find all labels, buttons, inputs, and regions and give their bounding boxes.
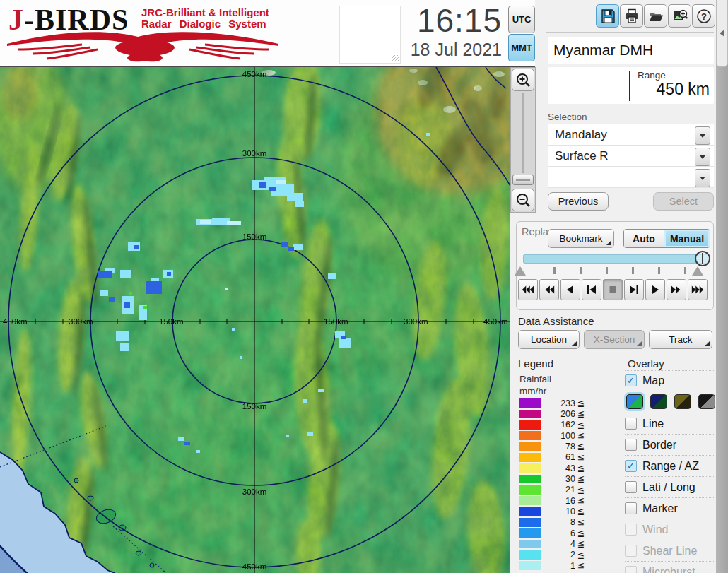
map-style-swatch-3[interactable] bbox=[674, 394, 691, 409]
rewind-button[interactable] bbox=[560, 279, 580, 300]
overlay-item-wind: Wind bbox=[625, 519, 715, 540]
checkbox-icon[interactable] bbox=[625, 418, 637, 430]
legend-swatch bbox=[519, 561, 541, 570]
overlay-label: Overlay bbox=[628, 358, 664, 370]
toolbar-separator bbox=[546, 32, 714, 33]
radar-map[interactable]: 450km 300km 150km 150km 300km 450km 450k… bbox=[0, 67, 510, 573]
data-assistance-label: Data Assistance bbox=[518, 315, 594, 327]
chevron-down-icon bbox=[700, 177, 705, 180]
svg-text:300km: 300km bbox=[242, 149, 267, 158]
legend-row: 162≦ bbox=[519, 420, 587, 430]
bookmark-button[interactable]: Bookmark bbox=[548, 229, 614, 248]
map-zoom-slider-track[interactable] bbox=[522, 93, 524, 173]
slider-start-marker-icon bbox=[515, 266, 526, 276]
zoom-out-button[interactable] bbox=[512, 189, 534, 211]
checkbox-checked-icon[interactable]: ✓ bbox=[625, 460, 637, 472]
utc-button[interactable]: UTC bbox=[508, 6, 535, 33]
svg-text:450km: 450km bbox=[483, 317, 508, 326]
legend-row: 78≦ bbox=[519, 441, 587, 451]
slider-tick bbox=[580, 267, 582, 274]
chevron-down-icon bbox=[700, 155, 705, 159]
legend-swatch bbox=[519, 485, 541, 495]
step-back-button[interactable] bbox=[582, 279, 601, 300]
overlay-item-map[interactable]: ✓Map bbox=[625, 370, 715, 390]
open-folder-button[interactable] bbox=[644, 4, 667, 28]
zoom-in-button[interactable] bbox=[512, 69, 534, 91]
legend-swatch bbox=[519, 398, 541, 408]
product-dropdown-value: Surface R bbox=[548, 149, 609, 163]
play-icon bbox=[650, 285, 661, 294]
overlay-item-range-az[interactable]: ✓Range / AZ bbox=[625, 455, 715, 476]
checkbox-icon[interactable] bbox=[625, 439, 637, 451]
overlay-item-lati-long[interactable]: Lati / Long bbox=[625, 476, 715, 497]
select-button[interactable]: Select bbox=[653, 192, 714, 211]
map-style-swatch-2[interactable] bbox=[650, 394, 667, 409]
option-dropdown[interactable] bbox=[548, 167, 714, 188]
open-folder-icon bbox=[647, 8, 664, 25]
x-section-button[interactable]: X-Section bbox=[584, 330, 645, 349]
fast-forward-2-button[interactable] bbox=[667, 279, 686, 300]
overlay-item-line[interactable]: Line bbox=[625, 413, 715, 434]
fast-rewind-2-icon bbox=[543, 285, 556, 294]
save-button[interactable] bbox=[596, 4, 619, 28]
step-forward-icon bbox=[628, 285, 640, 294]
replay-slider-handle[interactable] bbox=[695, 251, 710, 266]
legend-swatch bbox=[519, 420, 541, 430]
product-dropdown-button[interactable] bbox=[695, 148, 710, 166]
fast-rewind-3-icon bbox=[521, 285, 535, 294]
station-name-box: Myanmar DMH bbox=[548, 37, 714, 64]
eagle-icon bbox=[6, 30, 281, 65]
auto-button[interactable]: Auto bbox=[624, 230, 664, 247]
track-button[interactable]: Track bbox=[649, 330, 712, 349]
step-forward-button[interactable] bbox=[624, 279, 644, 300]
overlay-item-marker[interactable]: Marker bbox=[625, 497, 715, 519]
overlay-list: ✓Map Line Border ✓Range / AZ Lati / Long… bbox=[625, 370, 715, 573]
legend-row: 1≦ bbox=[519, 560, 587, 571]
product-dropdown[interactable]: Surface R bbox=[548, 146, 714, 167]
fast-rewind-3-button[interactable] bbox=[518, 279, 538, 300]
slider-end-marker-icon bbox=[692, 266, 703, 276]
legend-label: Legend bbox=[518, 358, 553, 370]
bookmark-label: Bookmark bbox=[560, 233, 603, 244]
checkbox-icon[interactable] bbox=[625, 502, 637, 514]
fast-forward-3-button[interactable] bbox=[688, 279, 708, 300]
panel-collapse-button[interactable] bbox=[716, 0, 728, 67]
play-button[interactable] bbox=[645, 279, 665, 300]
clock-time: 16:15 bbox=[390, 1, 502, 40]
svg-text:150km: 150km bbox=[324, 317, 348, 326]
manual-button[interactable]: Manual bbox=[664, 230, 710, 247]
stop-icon bbox=[608, 285, 618, 294]
svg-text:150km: 150km bbox=[242, 232, 267, 241]
mmt-button[interactable]: MMT bbox=[508, 34, 535, 61]
map-style-swatch-1[interactable] bbox=[626, 394, 643, 409]
header: J-BIRDS JRC-Brilliant & Intelligent Rada… bbox=[0, 0, 535, 67]
previous-button[interactable]: Previous bbox=[548, 192, 609, 211]
selection-label: Selection bbox=[548, 112, 587, 122]
map-style-swatch-4[interactable] bbox=[698, 394, 715, 409]
legend-swatch bbox=[519, 507, 541, 516]
location-button[interactable]: Location bbox=[518, 330, 580, 349]
fast-rewind-2-button[interactable] bbox=[539, 279, 559, 300]
svg-text:300km: 300km bbox=[242, 488, 267, 496]
checkbox-disabled-icon bbox=[625, 524, 637, 536]
legend-swatch bbox=[519, 431, 541, 440]
location-label: Location bbox=[531, 334, 567, 345]
legend-row: 30≦ bbox=[519, 473, 587, 484]
print-button[interactable] bbox=[620, 4, 643, 28]
option-dropdown-button[interactable] bbox=[695, 169, 710, 187]
site-dropdown[interactable]: Mandalay bbox=[548, 124, 714, 146]
checkbox-icon[interactable] bbox=[625, 481, 637, 493]
x-section-label: X-Section bbox=[594, 334, 635, 345]
overlay-item-border[interactable]: Border bbox=[625, 434, 715, 455]
export-image-button[interactable] bbox=[668, 4, 691, 28]
legend-swatch bbox=[519, 442, 541, 451]
checkbox-checked-icon[interactable]: ✓ bbox=[625, 374, 637, 386]
replay-slider-track[interactable] bbox=[523, 254, 708, 264]
map-zoom-slider-handle[interactable] bbox=[512, 175, 534, 185]
help-icon: ? bbox=[695, 8, 712, 25]
stop-button[interactable] bbox=[603, 279, 623, 300]
map-style-swatches bbox=[625, 390, 715, 413]
help-button[interactable]: ? bbox=[692, 4, 715, 28]
site-dropdown-button[interactable] bbox=[695, 126, 710, 145]
track-label: Track bbox=[669, 334, 692, 345]
